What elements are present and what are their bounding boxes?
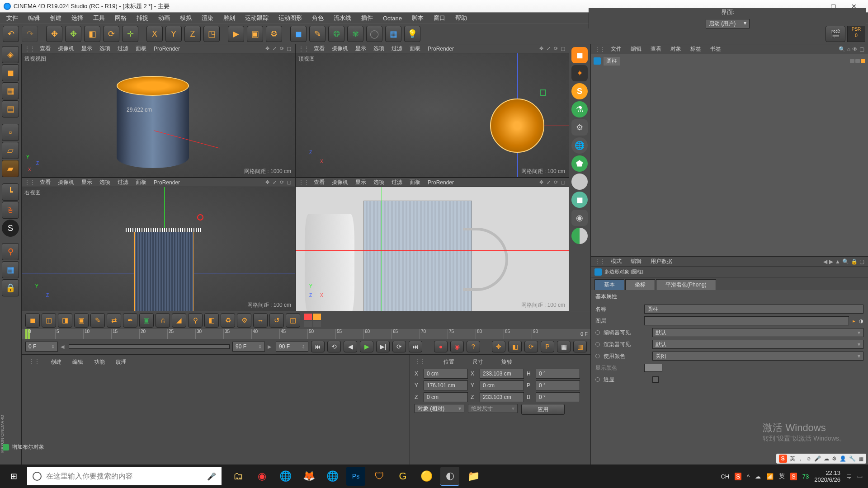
tab-coord[interactable]: 坐标 xyxy=(625,279,655,290)
attr-menu-mode[interactable]: 模式 xyxy=(607,258,625,265)
mat-tex[interactable]: 纹理 xyxy=(111,357,131,367)
obj-menu-obj[interactable]: 对象 xyxy=(667,45,685,53)
tray-lang[interactable]: 英 xyxy=(779,472,785,480)
lock-y[interactable]: Y xyxy=(165,26,182,42)
tl-prevkey[interactable]: ⟲ xyxy=(327,341,341,352)
cylinder-persp[interactable] xyxy=(117,76,189,166)
spline-pen[interactable]: ✎ xyxy=(309,26,326,42)
tl-last[interactable]: ⏭ xyxy=(409,341,422,352)
tray-sogou2-icon[interactable]: S xyxy=(790,473,797,480)
photoshop-icon[interactable]: Ps xyxy=(346,467,365,486)
lock-z[interactable]: Z xyxy=(184,26,201,42)
render-vis-dot[interactable] xyxy=(595,342,600,347)
viewport-top[interactable]: ⋮⋮ 查看 摄像机 显示 选项 过滤 面板 ProRender ✥⤢⟳▢ 顶视图 xyxy=(296,44,569,177)
tool-cube2-icon[interactable]: ◼ xyxy=(571,192,588,208)
menu-tools[interactable]: 工具 xyxy=(89,13,109,23)
menu-create[interactable]: 创建 xyxy=(45,13,66,23)
ime-wrench-icon[interactable]: 🔧 xyxy=(849,455,856,462)
pos-z[interactable]: 0 cm xyxy=(424,392,468,402)
tl-autokey[interactable]: ◉ xyxy=(450,341,464,352)
obj-menu-tags[interactable]: 标签 xyxy=(687,45,705,53)
ime-person-icon[interactable]: 👤 xyxy=(840,455,846,462)
workplane-mode[interactable]: ▤ xyxy=(2,100,19,117)
rot-b[interactable]: 0 ° xyxy=(536,392,580,402)
scale-mode[interactable]: 绝对尺寸 xyxy=(468,404,518,413)
tray-clock[interactable]: 22:13 2020/6/26 xyxy=(814,469,840,483)
tool-star-icon[interactable]: ✦ xyxy=(571,65,588,81)
menu-script[interactable]: 脚本 xyxy=(407,13,428,23)
layout-select[interactable]: 启动 (用户) xyxy=(706,19,750,28)
environment[interactable]: ◯ xyxy=(366,26,382,42)
tl-end[interactable]: 90 F xyxy=(232,342,265,352)
tool-flask-icon[interactable]: ⚗ xyxy=(571,101,588,117)
vp-disp[interactable]: 显示 xyxy=(79,45,95,52)
ime-cloud-icon[interactable]: ☁ xyxy=(824,455,829,462)
coord-mode[interactable]: 对象 (相对) xyxy=(415,404,464,413)
bt-mirror[interactable]: ◧ xyxy=(204,313,219,328)
tray-net-icon[interactable]: 📶 xyxy=(766,473,774,480)
bt-brush[interactable]: ✒ xyxy=(123,313,137,328)
rot-p[interactable]: 0 ° xyxy=(536,380,580,390)
edge-icon[interactable]: 🌐 xyxy=(276,467,295,486)
prop-editor-vis[interactable]: 默认 xyxy=(652,328,863,337)
max-icon[interactable]: ▢ xyxy=(859,46,864,52)
polygon-mode[interactable]: ▰ xyxy=(2,160,19,177)
menu-mesh[interactable]: 网格 xyxy=(110,13,131,23)
vp-canvas-top[interactable]: 顶视图 Z X 网格间距 : 100 cm xyxy=(296,53,569,177)
prop-name[interactable]: 圆柱 xyxy=(644,305,863,314)
undo-button[interactable]: ↶ xyxy=(3,26,19,42)
folder-icon[interactable]: 📁 xyxy=(464,467,483,486)
lock-x[interactable]: X xyxy=(146,26,163,42)
bt-weld[interactable]: ◫ xyxy=(286,313,300,328)
rot-h[interactable]: 0 ° xyxy=(536,369,580,379)
explorer-icon[interactable]: 🗂 xyxy=(229,467,248,486)
menu-octane[interactable]: Octane xyxy=(378,14,406,23)
edge-mode[interactable]: ▱ xyxy=(2,142,19,159)
menu-file[interactable]: 文件 xyxy=(2,13,23,23)
sogou-icon[interactable]: S xyxy=(779,455,787,463)
size-y[interactable]: 0 cm xyxy=(480,380,524,390)
mat-func[interactable]: 功能 xyxy=(90,357,109,367)
tray-up-icon[interactable]: ^ xyxy=(747,473,750,480)
tool-gear-icon[interactable]: ⚙ xyxy=(571,119,588,136)
tool-ring-icon[interactable]: ◉ xyxy=(571,210,588,226)
move-tool[interactable]: ✥ xyxy=(65,26,81,42)
vp-canvas-right[interactable]: 右视图 Y Z 网格间距 : 100 cm xyxy=(22,187,295,311)
bt-close[interactable]: ▣ xyxy=(139,313,154,328)
bt-bevel[interactable]: ◨ xyxy=(58,313,72,328)
chrome-icon[interactable]: 🟡 xyxy=(417,467,436,486)
tl-strip[interactable]: ▥ xyxy=(573,341,587,352)
tray-notif-icon[interactable]: 🗨 xyxy=(846,473,852,480)
vp-opt[interactable]: 选项 xyxy=(97,45,113,52)
vp-nav-zoom-icon[interactable]: ⤢ xyxy=(271,46,278,52)
viewport-right[interactable]: ⋮⋮ 查看 摄像机 显示 选项 过滤 面板 ProRender ✥⤢⟳▢ 右视图 xyxy=(22,178,295,311)
redo-button[interactable]: ↷ xyxy=(22,26,38,42)
menu-mograph[interactable]: 运动图形 xyxy=(274,13,307,23)
workplane-tool[interactable]: ▦ xyxy=(2,261,19,278)
ime-bar[interactable]: S 英 ， ☺ 🎤 ☁ ⚙ 👤 🔧 ▦ xyxy=(776,454,866,464)
vp-cam[interactable]: 摄像机 xyxy=(55,45,77,52)
prop-use-color[interactable]: 关闭 xyxy=(652,352,863,361)
size-x[interactable]: 233.103 cm xyxy=(480,369,524,379)
tray-action-icon[interactable]: ▭ xyxy=(857,473,863,480)
tool-cube-icon[interactable]: ◼ xyxy=(571,47,588,63)
bt-spin[interactable]: ↺ xyxy=(269,313,284,328)
search-icon[interactable]: 🔍 xyxy=(839,46,845,52)
ime-lang[interactable]: 英 xyxy=(790,455,795,463)
eye-icon[interactable]: 👁 xyxy=(852,46,858,52)
apply-button[interactable]: 应用 xyxy=(521,404,565,415)
tl-play[interactable]: ▶ xyxy=(360,341,373,352)
vp-pro[interactable]: ProRender xyxy=(151,46,183,52)
vp-nav-max-icon[interactable]: ▢ xyxy=(286,46,292,52)
tl-rot[interactable]: ⟳ xyxy=(524,341,538,352)
bt-iron[interactable]: ◢ xyxy=(172,313,186,328)
app-red-icon[interactable]: ◉ xyxy=(252,467,271,486)
menu-help[interactable]: 帮助 xyxy=(451,13,472,23)
light[interactable]: 💡 xyxy=(404,26,420,42)
home-icon[interactable]: ⌂ xyxy=(847,46,850,52)
ime-gear-icon[interactable]: ⚙ xyxy=(832,455,837,462)
camera[interactable]: ▦ xyxy=(385,26,401,42)
tl-scale[interactable]: ◧ xyxy=(508,341,522,352)
vp-canvas-front[interactable]: Y Z X 网格间距 : 100 cm xyxy=(296,187,569,311)
bt-inset[interactable]: ▣ xyxy=(74,313,89,328)
